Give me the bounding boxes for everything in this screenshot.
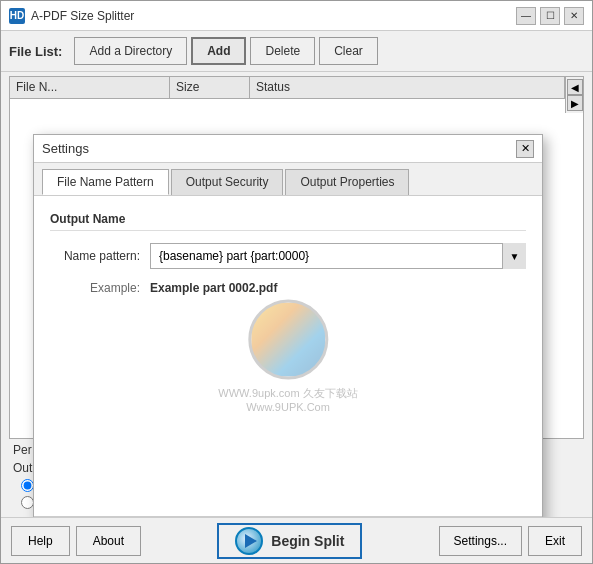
help-button[interactable]: Help <box>11 526 70 556</box>
watermark: WWW.9upk.com 久友下载站 Www.9UPK.Com <box>218 300 357 413</box>
begin-split-icon <box>235 527 263 555</box>
about-button[interactable]: About <box>76 526 141 556</box>
name-pattern-row: Name pattern: ▼ <box>50 243 526 269</box>
window-close-button[interactable]: ✕ <box>564 7 584 25</box>
dialog-tabs: File Name Pattern Output Security Output… <box>34 163 542 196</box>
dialog-close-button[interactable]: ✕ <box>516 140 534 158</box>
main-content: File N... Size Status ◀ ▶ Per file... Ou… <box>1 72 592 517</box>
begin-split-button[interactable]: Begin Split <box>217 523 362 559</box>
toolbar: File List: Add a Directory Add Delete Cl… <box>1 31 592 72</box>
tab-file-name-pattern[interactable]: File Name Pattern <box>42 169 169 195</box>
status-col-header: Status <box>250 77 565 98</box>
settings-dialog: Settings ✕ File Name Pattern Output Secu… <box>33 134 543 517</box>
horizontal-scroll[interactable]: ◀ ▶ <box>565 77 583 113</box>
begin-split-label: Begin Split <box>271 533 344 549</box>
dialog-title-bar: Settings ✕ <box>34 135 542 163</box>
app-title: A-PDF Size Splitter <box>31 9 516 23</box>
dialog-content: Output Name Name pattern: ▼ Example: Exa… <box>34 196 542 516</box>
dropdown-arrow-icon[interactable]: ▼ <box>502 243 526 269</box>
example-value: Example part 0002.pdf <box>150 281 277 295</box>
exit-button[interactable]: Exit <box>528 526 582 556</box>
add-directory-button[interactable]: Add a Directory <box>74 37 187 65</box>
main-window: HD A-PDF Size Splitter — ☐ ✕ File List: … <box>0 0 593 564</box>
tab-output-properties[interactable]: Output Properties <box>285 169 409 195</box>
watermark-logo <box>248 300 328 380</box>
settings-button[interactable]: Settings... <box>439 526 522 556</box>
watermark-text-1: WWW.9upk.com 久友下载站 <box>218 386 357 401</box>
delete-button[interactable]: Delete <box>250 37 315 65</box>
clear-button[interactable]: Clear <box>319 37 378 65</box>
watermark-text-2: Www.9UPK.Com <box>218 401 357 413</box>
play-triangle-icon <box>245 534 257 548</box>
name-pattern-label: Name pattern: <box>50 249 150 263</box>
example-label: Example: <box>50 281 150 295</box>
scroll-left-button[interactable]: ◀ <box>567 79 583 95</box>
tab-output-security[interactable]: Output Security <box>171 169 284 195</box>
title-controls: — ☐ ✕ <box>516 7 584 25</box>
dialog-title: Settings <box>42 141 516 156</box>
add-button[interactable]: Add <box>191 37 246 65</box>
maximize-button[interactable]: ☐ <box>540 7 560 25</box>
file-col-header: File N... <box>10 77 170 98</box>
bottom-left: Help About <box>11 526 141 556</box>
minimize-button[interactable]: — <box>516 7 536 25</box>
file-list-columns: File N... Size Status <box>10 77 565 99</box>
size-col-header: Size <box>170 77 250 98</box>
dialog-buttons: Help Ok Cancel <box>34 516 542 517</box>
app-icon: HD <box>9 8 25 24</box>
file-list-label: File List: <box>9 44 62 59</box>
name-pattern-input-wrapper: ▼ <box>150 243 526 269</box>
scroll-right-button[interactable]: ▶ <box>567 95 583 111</box>
bottom-center: Begin Split <box>217 523 362 559</box>
bottom-bar: Help About Begin Split Settings... Exit <box>1 517 592 563</box>
watermark-globe <box>248 300 328 380</box>
name-pattern-input[interactable] <box>150 243 526 269</box>
example-row: Example: Example part 0002.pdf <box>50 281 526 295</box>
title-bar: HD A-PDF Size Splitter — ☐ ✕ <box>1 1 592 31</box>
section-title: Output Name <box>50 212 526 231</box>
bottom-right: Settings... Exit <box>439 526 582 556</box>
